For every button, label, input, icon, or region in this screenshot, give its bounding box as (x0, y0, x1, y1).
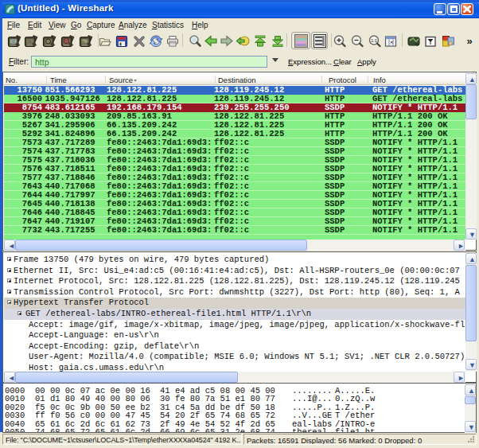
svg-text:1:1: 1:1 (371, 38, 377, 43)
svg-text:»: » (466, 35, 472, 47)
